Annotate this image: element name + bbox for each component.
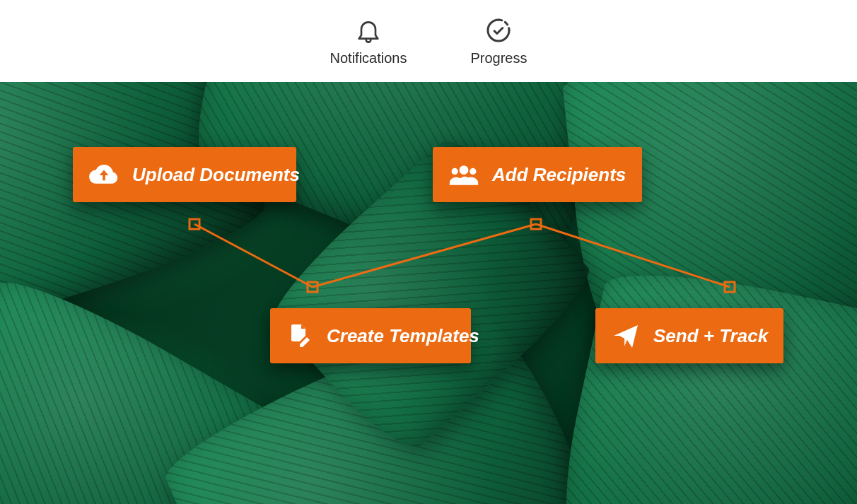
progress-icon [484,16,513,45]
file-pen-icon [286,322,314,350]
topbar: Notifications Progress [0,0,857,82]
users-icon [448,163,479,187]
bell-icon [354,16,383,45]
step-send-track[interactable]: Send + Track [595,308,783,363]
hero: Upload Documents Create Templates Add Re… [0,82,857,504]
topbar-item-label: Progress [470,50,527,66]
step-label: Upload Documents [132,164,300,186]
cloud-upload-icon [88,163,119,187]
step-label: Send + Track [653,325,768,347]
topbar-item-progress[interactable]: Progress [470,16,527,66]
step-label: Create Templates [327,325,479,347]
step-upload-documents[interactable]: Upload Documents [73,147,296,202]
topbar-item-notifications[interactable]: Notifications [330,16,407,66]
step-create-templates[interactable]: Create Templates [270,308,471,363]
step-add-recipients[interactable]: Add Recipients [433,147,642,202]
step-label: Add Recipients [492,164,626,186]
paper-plane-icon [611,321,641,351]
svg-point-9 [470,168,476,175]
svg-point-8 [452,168,458,175]
topbar-item-label: Notifications [330,50,407,66]
svg-point-7 [460,165,469,175]
